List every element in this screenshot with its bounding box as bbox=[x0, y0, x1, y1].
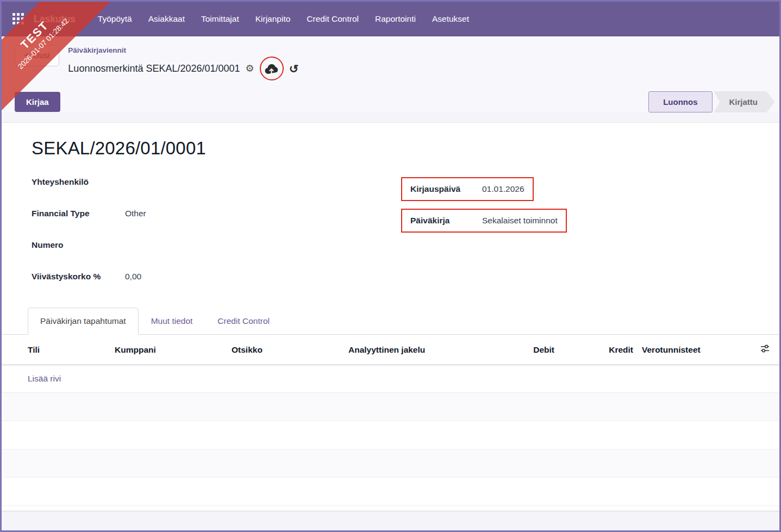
gear-icon[interactable]: ⚙ bbox=[246, 64, 254, 73]
menu-vendors[interactable]: Toimittajat bbox=[193, 9, 247, 29]
new-button-label: Uusi bbox=[33, 51, 49, 60]
field-penalty-interest-label: Viivästyskorko % bbox=[32, 272, 125, 281]
col-header-partner: Kumppani bbox=[110, 335, 227, 365]
breadcrumb: Päiväkirjaviennit Luonnosmerkintä SEKAL/… bbox=[68, 45, 298, 80]
record-title: SEKAL/2026/01/0001 bbox=[32, 138, 779, 159]
add-line-row: Lisää rivi bbox=[2, 365, 779, 393]
annotation-circle bbox=[260, 57, 284, 80]
field-financial-type: Financial Type Other bbox=[32, 209, 374, 240]
field-date-label: Kirjauspäivä bbox=[410, 184, 482, 194]
breadcrumb-current: Luonnosmerkintä SEKAL/2026/01/0001 bbox=[68, 63, 240, 74]
field-area: Yhteyshenkilö Financial Type Other Numer… bbox=[2, 177, 779, 303]
optional-columns-icon[interactable] bbox=[760, 344, 770, 355]
empty-table-row bbox=[2, 449, 779, 478]
field-date-value[interactable]: 01.01.2026 bbox=[482, 184, 524, 194]
undo-icon[interactable]: ↺ bbox=[289, 63, 299, 74]
field-financial-type-label: Financial Type bbox=[32, 209, 125, 218]
statusbar: Luonnos Kirjattu bbox=[648, 91, 775, 112]
annotation-box-journal: Päiväkirja Sekalaiset toiminnot bbox=[401, 209, 567, 233]
col-header-analytic: Analyyttinen jakelu bbox=[344, 335, 496, 365]
menu-accounting[interactable]: Kirjanpito bbox=[247, 9, 299, 29]
field-partner-label: Yhteyshenkilö bbox=[32, 177, 125, 187]
notebook-tabs: Päiväkirjan tapahtumat Muut tiedot Credi… bbox=[2, 308, 779, 335]
empty-table-row bbox=[2, 478, 779, 506]
empty-table-row bbox=[2, 393, 779, 421]
app-name[interactable]: Laskutus bbox=[34, 14, 76, 25]
breadcrumb-parent-link[interactable]: Päiväkirjaviennit bbox=[68, 46, 126, 54]
menu-credit-control[interactable]: Credit Control bbox=[298, 9, 367, 29]
col-header-label: Otsikko bbox=[227, 335, 344, 365]
menu-customers[interactable]: Asiakkaat bbox=[140, 9, 193, 29]
apps-menu-icon[interactable] bbox=[13, 13, 25, 26]
field-number-label: Numero bbox=[32, 240, 125, 250]
plus-icon: + bbox=[24, 51, 29, 60]
post-button[interactable]: Kirjaa bbox=[15, 92, 60, 112]
field-journal-label: Päiväkirja bbox=[410, 216, 482, 226]
field-penalty-interest: Viivästyskorko % 0,00 bbox=[32, 272, 374, 303]
top-navbar: Laskutus Työpöytä Asiakkaat Toimittajat … bbox=[2, 2, 779, 36]
action-status-row: Kirjaa Luonnos Kirjattu bbox=[2, 80, 779, 112]
right-field-column: Kirjauspäivä 01.01.2026 Päiväkirja Sekal… bbox=[374, 177, 567, 303]
field-financial-type-value[interactable]: Other bbox=[125, 209, 146, 218]
tab-other-info[interactable]: Muut tiedot bbox=[139, 308, 205, 335]
menu-reporting[interactable]: Raportointi bbox=[367, 9, 424, 29]
col-header-account: Tili bbox=[2, 335, 110, 365]
add-line-link[interactable]: Lisää rivi bbox=[2, 365, 779, 393]
table-header-row: Tili Kumppani Otsikko Analyyttinen jakel… bbox=[2, 335, 779, 365]
empty-table-row bbox=[2, 421, 779, 449]
left-field-column: Yhteyshenkilö Financial Type Other Numer… bbox=[2, 177, 374, 303]
field-partner: Yhteyshenkilö bbox=[32, 177, 374, 209]
menu-settings[interactable]: Asetukset bbox=[424, 9, 477, 29]
new-button[interactable]: + Uusi bbox=[15, 45, 59, 66]
field-penalty-interest-value[interactable]: 0,00 bbox=[125, 272, 141, 281]
form-sheet: SEKAL/2026/01/0001 Yhteyshenkilö Financi… bbox=[2, 122, 779, 511]
tab-credit-control[interactable]: Credit Control bbox=[205, 308, 282, 335]
col-header-credit: Kredit bbox=[559, 335, 638, 365]
app-window: { "colors": { "navbar_bg": "#6b5b95", "a… bbox=[0, 0, 781, 532]
main-menu: Työpöytä Asiakkaat Toimittajat Kirjanpit… bbox=[90, 9, 477, 29]
status-posted[interactable]: Kirjattu bbox=[714, 91, 776, 112]
control-panel: + Uusi Päiväkirjaviennit Luonnosmerkintä… bbox=[2, 36, 779, 80]
field-number: Numero bbox=[32, 240, 374, 272]
status-draft[interactable]: Luonnos bbox=[648, 91, 712, 112]
annotation-box-date: Kirjauspäivä 01.01.2026 bbox=[401, 177, 534, 201]
col-header-debit: Debit bbox=[496, 335, 559, 365]
tab-journal-items[interactable]: Päiväkirjan tapahtumat bbox=[28, 308, 139, 335]
breadcrumb-current-row: Luonnosmerkintä SEKAL/2026/01/0001 ⚙ ↺ bbox=[68, 57, 298, 80]
field-journal-value[interactable]: Sekalaiset toiminnot bbox=[482, 216, 558, 226]
cloud-upload-icon[interactable] bbox=[264, 62, 279, 75]
journal-items-table: Tili Kumppani Otsikko Analyyttinen jakel… bbox=[2, 335, 779, 506]
col-header-tax-grids: Verotunnisteet bbox=[638, 335, 752, 365]
menu-dashboard[interactable]: Työpöytä bbox=[90, 9, 140, 29]
